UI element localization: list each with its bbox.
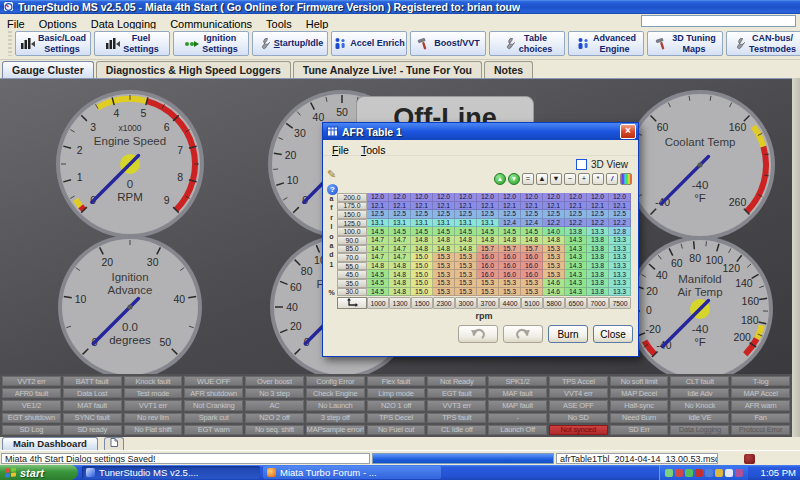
afr-cell[interactable]: 12.1 [499,202,521,211]
alert-icon[interactable] [695,469,703,477]
afr-cell[interactable]: 15.0 [411,253,433,262]
dialog-titlebar[interactable]: AFR Table 1 × [323,123,638,140]
toolbar-basic-load-settings[interactable]: Basic/LoadSettings [15,31,91,56]
afr-cell[interactable]: 15.3 [455,270,477,279]
afr-cell[interactable]: 14.5 [367,288,389,297]
palette-icon[interactable] [620,173,632,185]
undo-button[interactable] [458,325,498,343]
afr-cell[interactable]: 14.7 [389,236,411,245]
afr-cell[interactable]: 12.0 [565,193,587,202]
afr-cell[interactable]: 14.3 [565,253,587,262]
afr-cell[interactable]: 15.3 [543,270,565,279]
toolbar-advanced-engine[interactable]: AdvancedEngine [568,31,644,56]
afr-cell[interactable]: 12.5 [543,210,565,219]
afr-cell[interactable]: 12.4 [499,219,521,228]
afr-cell[interactable]: 13.3 [609,262,631,271]
decrement-icon[interactable]: − [564,173,576,185]
afr-cell[interactable]: 13.3 [587,227,609,236]
afr-cell[interactable]: 13.1 [389,219,411,228]
row-header-150[interactable]: 150.0 [337,210,367,219]
col-header-3000[interactable]: 3000 [455,297,477,309]
col-header-4400[interactable]: 4400 [499,297,521,309]
afr-cell[interactable]: 12.0 [521,193,543,202]
afr-cell[interactable]: 16.0 [499,270,521,279]
afr-cell[interactable]: 13.3 [609,236,631,245]
col-header-1500[interactable]: 1500 [411,297,433,309]
afr-cell[interactable]: 15.3 [433,253,455,262]
afr-cell[interactable]: 12.1 [521,202,543,211]
col-header-1300[interactable]: 1300 [389,297,411,309]
afr-cell[interactable]: 15.3 [433,270,455,279]
afr-cell[interactable]: 13.8 [565,227,587,236]
afr-cell[interactable]: 15.3 [455,288,477,297]
afr-cell[interactable]: 12.2 [565,219,587,228]
afr-cell[interactable]: 16.0 [477,253,499,262]
afr-cell[interactable]: 16.0 [521,253,543,262]
col-header-3700[interactable]: 3700 [477,297,499,309]
redo-button[interactable] [503,325,543,343]
afr-cell[interactable]: 12.5 [521,210,543,219]
axis-icon[interactable] [337,297,367,309]
afr-cell[interactable]: 14.5 [455,227,477,236]
afr-cell[interactable]: 12.1 [411,202,433,211]
update-icon[interactable] [715,469,723,477]
row-header-30[interactable]: 30.0 [337,288,367,297]
close-icon[interactable]: × [620,124,636,139]
afr-cell[interactable]: 12.1 [565,202,587,211]
row-header-70[interactable]: 70.0 [337,253,367,262]
task-miata-turbo-forum[interactable]: Miata Turbo Forum - ... [263,466,441,479]
afr-cell[interactable]: 12.1 [367,202,389,211]
tab-notes[interactable]: Notes [484,61,533,78]
afr-cell[interactable]: 14.3 [565,236,587,245]
row-header-100[interactable]: 100.0 [337,227,367,236]
afr-cell[interactable]: 14.8 [543,236,565,245]
col-header-6500[interactable]: 6500 [565,297,587,309]
dialog-menu-tools[interactable]: Tools [355,143,392,157]
afr-cell[interactable]: 15.0 [411,270,433,279]
afr-cell[interactable]: 14.8 [455,236,477,245]
afr-cell[interactable]: 14.8 [389,288,411,297]
afr-cell[interactable]: 16.0 [521,270,543,279]
afr-cell[interactable]: 15.3 [521,288,543,297]
afr-cell[interactable]: 12.0 [389,193,411,202]
afr-cell[interactable]: 12.5 [455,210,477,219]
afr-cell[interactable]: 14.5 [411,227,433,236]
row-header-200[interactable]: 200.0 [337,193,367,202]
afr-cell[interactable]: 14.6 [543,288,565,297]
no-network-icon[interactable] [675,469,683,477]
afr-cell[interactable]: 15.3 [477,288,499,297]
afr-cell[interactable]: 15.3 [433,288,455,297]
afr-cell[interactable]: 15.0 [411,288,433,297]
afr-cell[interactable]: 15.3 [455,253,477,262]
afr-cell[interactable]: 15.3 [499,288,521,297]
activity-icon[interactable] [665,469,673,477]
toolbar-fuel-settings[interactable]: FuelSettings [94,31,170,56]
afr-cell[interactable]: 14.5 [389,227,411,236]
afr-cell[interactable]: 14.3 [565,279,587,288]
afr-cell[interactable]: 15.3 [543,262,565,271]
afr-cell[interactable]: 13.1 [411,219,433,228]
afr-cell[interactable]: 14.8 [411,236,433,245]
tab-main-dashboard[interactable]: Main Dashboard [2,437,98,450]
afr-cell[interactable]: 12.8 [609,227,631,236]
afr-cell[interactable]: 12.5 [587,210,609,219]
afr-cell[interactable]: 14.5 [521,227,543,236]
afr-cell[interactable]: 12.0 [433,193,455,202]
afr-cell[interactable]: 14.7 [367,253,389,262]
afr-cell[interactable]: 14.8 [499,236,521,245]
afr-cell[interactable]: 12.0 [411,193,433,202]
afr-cell[interactable]: 14.7 [367,236,389,245]
afr-cell[interactable]: 12.5 [609,210,631,219]
afr-cell[interactable]: 14.3 [565,270,587,279]
interpolate-icon[interactable]: / [606,173,618,185]
afr-cell[interactable]: 14.5 [367,227,389,236]
dashboard-page-tab[interactable] [104,437,124,450]
afr-cell[interactable]: 14.8 [389,270,411,279]
search-input[interactable] [641,15,796,27]
afr-cell[interactable]: 13.1 [367,219,389,228]
afr-cell[interactable]: 13.8 [587,279,609,288]
afr-cell[interactable]: 12.2 [609,219,631,228]
row-header-35[interactable]: 35.0 [337,279,367,288]
row-header-125[interactable]: 125.0 [337,219,367,228]
messenger-icon[interactable] [725,469,733,477]
